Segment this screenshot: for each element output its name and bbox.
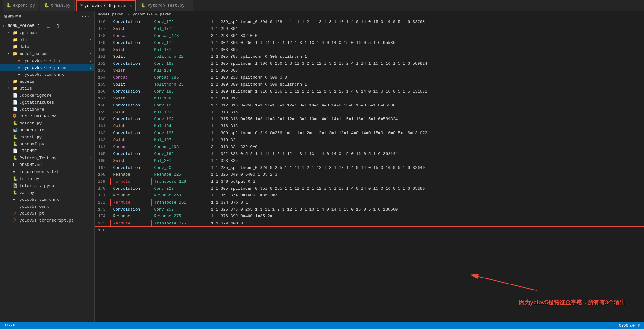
line-number: 150	[95, 46, 111, 53]
op-name: splitncnn_22	[152, 53, 208, 60]
op-name: Mul_184	[152, 67, 208, 74]
table-row: 151 Split splitncnn_22 1 2 305 305_split…	[95, 53, 644, 60]
py-icon: 🐍	[6, 3, 11, 8]
table-row: 148 Concat Concat_178 2 1 298 301 302 0=…	[95, 32, 644, 39]
sidebar-item-yolov5s-sim[interactable]: ≡ yolov5s-sim.onnx	[0, 196, 94, 203]
item-label: README.md	[20, 163, 42, 167]
tab-pytorch-test[interactable]: 🐍 Pytorch_Test.py U	[137, 0, 193, 11]
top-tabs-bar: 🐍 export.py 🐍 train.py ≡ yolov5s-6.0.par…	[0, 0, 644, 11]
sidebar-item-model-param[interactable]: ▾ 📂 model_param ●	[0, 50, 94, 57]
line-number: 174	[95, 213, 111, 220]
sidebar-item-sim-onnx[interactable]: ≡ yolov5s-sim.onnx	[0, 71, 94, 78]
sidebar: 资源管理器 ··· ▾ NCNN_YOLOV5 [..._...] › 📁 .g…	[0, 11, 95, 322]
op-name: Conv_189	[152, 102, 208, 109]
sidebar-item-export[interactable]: 🐍 export.py	[0, 134, 94, 141]
op-type: Swish	[111, 95, 152, 102]
content-area: model_param › yolov5s-6.0.param 146 Conv…	[95, 11, 644, 322]
sidebar-item-hubconf[interactable]: 🐍 hubconf.py	[0, 141, 94, 147]
op-type	[111, 227, 152, 234]
table-row: 160 Convolution Conv_192 1 1 315 316 0=2…	[95, 116, 644, 123]
table-row: 147 Swish Mul_177 1 1 299 301	[95, 25, 644, 32]
op-name: Conv_179	[152, 39, 208, 46]
sidebar-item-yolov5s-pt[interactable]: ⬡ yolov5s.pt	[0, 210, 94, 217]
op-data: 1 1 376 399 0=400 1=85 2=...	[208, 213, 644, 220]
file-icon: ≡	[13, 204, 18, 209]
folder-icon: 📁	[13, 86, 18, 91]
table-row: 156 Convolution Conv_186 1 1 309_splitnc…	[95, 88, 644, 95]
op-data: 1 1 319 321	[208, 136, 644, 143]
sidebar-item-utils[interactable]: › 📁 utils	[0, 85, 94, 92]
file-icon: ≡	[13, 197, 18, 202]
sidebar-item-models[interactable]: › 📁 models	[0, 78, 94, 85]
sidebar-item-detect[interactable]: 🐍 detect.py	[0, 120, 94, 127]
sidebar-item-github[interactable]: › 📁 .github	[0, 29, 94, 36]
file-icon: 📄	[13, 100, 18, 105]
sidebar-item-readme[interactable]: ℹ README.md	[0, 161, 94, 168]
sidebar-item-gitattributes[interactable]: 📄 .gitattributes	[0, 99, 94, 106]
sidebar-dots-button[interactable]: ···	[81, 14, 91, 19]
sidebar-item-pytorch-test[interactable]: 🐍 Pytorch_Test.py U	[0, 154, 94, 161]
line-number: 153	[95, 67, 111, 74]
table-row: 150 Swish Mul_181 1 1 303 305	[95, 46, 644, 53]
sidebar-tree: ▾ NCNN_YOLOV5 [..._...] › 📁 .github › 📁 …	[0, 22, 94, 322]
sidebar-item-dockerfile[interactable]: 🐋 Dockerfile	[0, 127, 94, 134]
line-number: 165	[95, 150, 111, 157]
table-row: 172 Permute Transpose_251 1 1 374 375 0=…	[95, 199, 644, 206]
op-type: Swish	[111, 123, 152, 129]
tab-export-py[interactable]: 🐍 export.py	[3, 0, 39, 11]
op-type: Concat	[111, 143, 152, 150]
sidebar-root[interactable]: ▾ NCNN_YOLOV5 [..._...]	[0, 22, 94, 29]
tab-param-file[interactable]: ≡ yolov5s-6.0.param ✕	[76, 0, 136, 11]
sidebar-item-bin-file[interactable]: ≡ yolov5s-6.0.bin U	[0, 57, 94, 64]
op-data: 1 1 299 301	[208, 25, 644, 32]
tab-train-py[interactable]: 🐍 train.py	[40, 0, 74, 11]
sidebar-item-requirements[interactable]: ≡ requirements.txt	[0, 168, 94, 175]
sidebar-item-param-file[interactable]: ≡ yolov5s-6.0.param U	[0, 64, 94, 71]
op-data: 1 1 289_splitncnn_0 299 0=128 1=1 11=1 2…	[208, 18, 644, 25]
breadcrumb-part2[interactable]: yolov5s-6.0.param	[133, 12, 171, 17]
tab-label: train.py	[51, 3, 70, 8]
sidebar-item-gitignore[interactable]: 📄 .gitignore	[0, 106, 94, 113]
item-label: .dockerignore	[20, 93, 51, 98]
table-row: 173 Convolution Conv_252 1 1 325 376 0=2…	[95, 206, 644, 213]
op-type: Swish	[111, 109, 152, 116]
sidebar-item-yolov5s-torchscript[interactable]: ⬡ yolov5s.torchscript.pt	[0, 217, 94, 224]
line-number: 169	[95, 178, 111, 185]
line-number: 172	[95, 199, 111, 206]
sidebar-item-dockerignore[interactable]: 📄 .dockerignore	[0, 92, 94, 99]
op-name: Transpose_276	[152, 220, 208, 227]
status-encoding: UTF-8	[4, 323, 15, 328]
sidebar-item-bin[interactable]: › 📁 bin ●	[0, 36, 94, 43]
sidebar-item-val[interactable]: 🐍 val.py	[0, 189, 94, 196]
line-number: 156	[95, 88, 111, 95]
table-row: 161 Swish Mul_194 1 1 316 318	[95, 123, 644, 129]
op-name: Concat_178	[152, 32, 208, 39]
sidebar-item-license[interactable]: 📄 LICENSE	[0, 147, 94, 154]
tab-label: yolov5s-6.0.param	[85, 3, 126, 8]
table-row: 168 Reshape Reshape_225 1 1 326 349 0=64…	[95, 171, 644, 178]
folder-icon: 📁	[13, 44, 18, 49]
sidebar-item-tutorial[interactable]: 📓 tutorial.ipynb	[0, 182, 94, 189]
sidebar-item-train[interactable]: 🐍 train.py	[0, 175, 94, 182]
op-data: 1 1 349 output 0=1	[208, 178, 644, 185]
table-row: 176	[95, 227, 644, 234]
op-data: 1 1 313 315	[208, 109, 644, 116]
close-icon[interactable]: ✕	[129, 4, 132, 8]
op-name: Mul_194	[152, 123, 208, 129]
table-row: 149 Convolution Conv_179 1 1 302 303 0=2…	[95, 39, 644, 46]
item-label: bin	[20, 38, 27, 42]
sidebar-item-data[interactable]: › 📁 data	[0, 43, 94, 50]
line-number: 158	[95, 102, 111, 109]
op-data: 2 1 298 301 302 0=0	[208, 32, 644, 39]
folder-icon: 📁	[13, 79, 18, 84]
sidebar-item-yolov5s-onnx[interactable]: ≡ yolov5s.onnx	[0, 203, 94, 210]
folder-icon: 📁	[13, 37, 18, 42]
table-row: 174 Reshape Reshape_275 1 1 376 399 0=40…	[95, 213, 644, 220]
breadcrumb-part1[interactable]: model_param	[98, 12, 123, 17]
file-icon: 📄	[13, 148, 18, 153]
item-label: model_param	[20, 51, 47, 56]
op-data: 1 2 309 309_splitncnn_0 309_splitncnn_1	[208, 81, 644, 88]
sidebar-item-contributing[interactable]: 🅜 CONTRIBUTING.md	[0, 113, 94, 120]
op-type: Convolution	[111, 60, 152, 67]
op-data: 1 1 374 375 0=1	[208, 199, 644, 206]
